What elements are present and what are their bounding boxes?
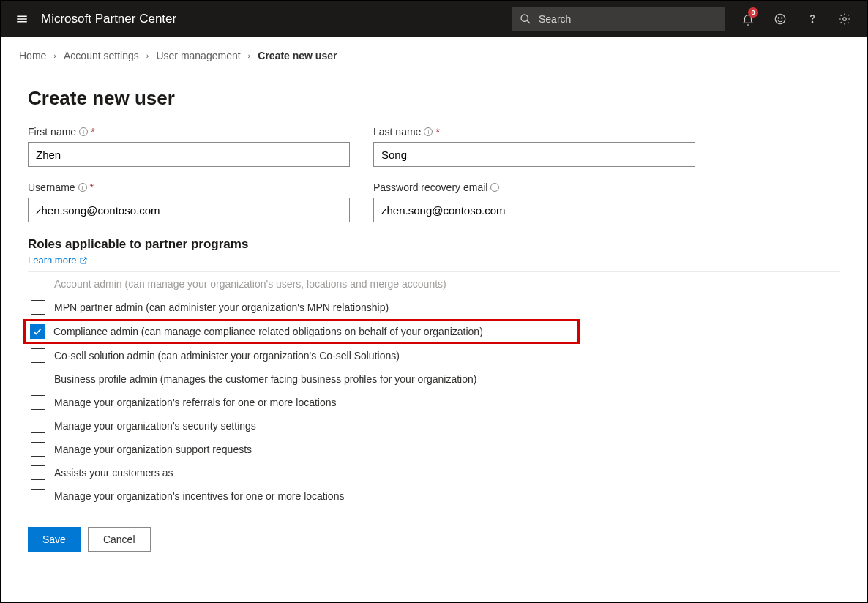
gear-icon (838, 12, 851, 26)
learn-more-label: Learn more (28, 255, 76, 266)
role-label: Business profile admin (manages the cust… (54, 373, 476, 385)
role-checkbox[interactable] (31, 489, 45, 503)
required-indicator: * (91, 126, 94, 138)
roles-list: Account admin (can manage your organizat… (28, 271, 840, 508)
recovery-email-label: Password recovery email (373, 181, 487, 193)
required-indicator: * (435, 126, 439, 138)
notification-badge: 8 (748, 7, 758, 18)
role-checkbox[interactable] (31, 442, 45, 457)
first-name-input[interactable] (28, 142, 350, 167)
role-checkbox[interactable] (31, 395, 45, 410)
required-indicator: * (90, 181, 94, 193)
hamburger-icon (15, 12, 29, 26)
role-label: Assists your customers as (54, 467, 173, 479)
feedback-button[interactable] (764, 1, 796, 37)
role-label: Account admin (can manage your organizat… (54, 278, 446, 290)
svg-point-0 (521, 15, 528, 21)
search-input[interactable] (539, 13, 717, 25)
role-label: Manage your organization's incentives fo… (54, 490, 344, 502)
role-checkbox[interactable] (31, 300, 45, 315)
first-name-label: First name (28, 126, 76, 138)
search-icon (520, 13, 531, 25)
field-first-name: First name i * (28, 126, 350, 167)
svg-point-6 (843, 18, 847, 21)
smile-icon (774, 12, 787, 26)
field-last-name: Last name i * (373, 126, 695, 167)
breadcrumb-home[interactable]: Home (19, 50, 46, 61)
last-name-label: Last name (373, 126, 421, 138)
svg-line-1 (527, 20, 530, 23)
role-checkbox[interactable] (31, 348, 45, 363)
top-header: Microsoft Partner Center 8 (1, 1, 867, 37)
checkmark-icon (32, 326, 42, 337)
role-checkbox[interactable] (31, 465, 45, 480)
notifications-button[interactable]: 8 (732, 1, 764, 37)
settings-button[interactable] (828, 1, 861, 37)
role-label: Co-sell solution admin (can administer y… (54, 350, 400, 362)
role-row: Manage your organization's security sett… (28, 414, 840, 438)
role-row: Co-sell solution admin (can administer y… (28, 344, 840, 367)
breadcrumb-account-settings[interactable]: Account settings (64, 50, 139, 61)
role-label: Manage your organization support request… (54, 443, 252, 455)
role-row: Manage your organization's referrals for… (28, 391, 840, 414)
last-name-input[interactable] (373, 142, 695, 167)
recovery-email-input[interactable] (373, 198, 695, 222)
external-link-icon (79, 256, 88, 265)
role-row: Manage your organization's incentives fo… (28, 484, 840, 508)
info-icon[interactable]: i (79, 127, 88, 136)
role-row: Manage your organization support request… (28, 438, 840, 461)
save-button[interactable]: Save (28, 527, 81, 552)
info-icon[interactable]: i (424, 127, 433, 136)
breadcrumb-current: Create new user (258, 50, 337, 61)
learn-more-link[interactable]: Learn more (28, 255, 88, 266)
role-row: Business profile admin (manages the cust… (28, 367, 840, 391)
role-label: Compliance admin (can manage compliance … (53, 326, 483, 337)
chevron-right-icon: › (248, 51, 251, 60)
role-checkbox[interactable] (31, 277, 45, 291)
role-row: Compliance admin (can manage compliance … (23, 319, 580, 344)
svg-point-2 (775, 14, 785, 24)
header-actions: 8 (732, 1, 861, 37)
help-button[interactable] (796, 1, 828, 37)
role-label: Manage your organization's security sett… (54, 420, 256, 432)
cancel-button[interactable]: Cancel (88, 527, 151, 552)
svg-point-5 (812, 21, 812, 22)
role-row: MPN partner admin (can administer your o… (28, 296, 840, 319)
chevron-right-icon: › (146, 51, 149, 60)
role-row: Account admin (can manage your organizat… (28, 271, 840, 296)
role-checkbox[interactable] (31, 419, 45, 433)
main-content: Create new user First name i * Last name… (1, 72, 867, 566)
username-label: Username (28, 181, 75, 193)
page-title: Create new user (28, 87, 840, 110)
field-recovery-email: Password recovery email i (373, 181, 695, 222)
breadcrumb: Home › Account settings › User managemen… (1, 37, 867, 72)
info-icon[interactable]: i (78, 183, 87, 192)
username-input[interactable] (28, 198, 350, 222)
role-checkbox[interactable] (31, 372, 45, 386)
svg-point-3 (778, 18, 779, 18)
question-icon (806, 12, 819, 26)
role-label: MPN partner admin (can administer your o… (54, 302, 389, 313)
info-icon[interactable]: i (490, 183, 499, 192)
svg-point-4 (782, 18, 782, 18)
breadcrumb-user-management[interactable]: User management (156, 50, 240, 61)
role-row: Assists your customers as (28, 461, 840, 484)
role-checkbox[interactable] (30, 324, 45, 339)
hamburger-button[interactable] (7, 1, 37, 37)
search-box[interactable] (512, 7, 725, 31)
field-username: Username i * (28, 181, 350, 222)
app-title: Microsoft Partner Center (41, 12, 176, 26)
chevron-right-icon: › (53, 51, 56, 60)
roles-section-title: Roles applicable to partner programs (28, 237, 840, 252)
role-label: Manage your organization's referrals for… (54, 397, 337, 408)
